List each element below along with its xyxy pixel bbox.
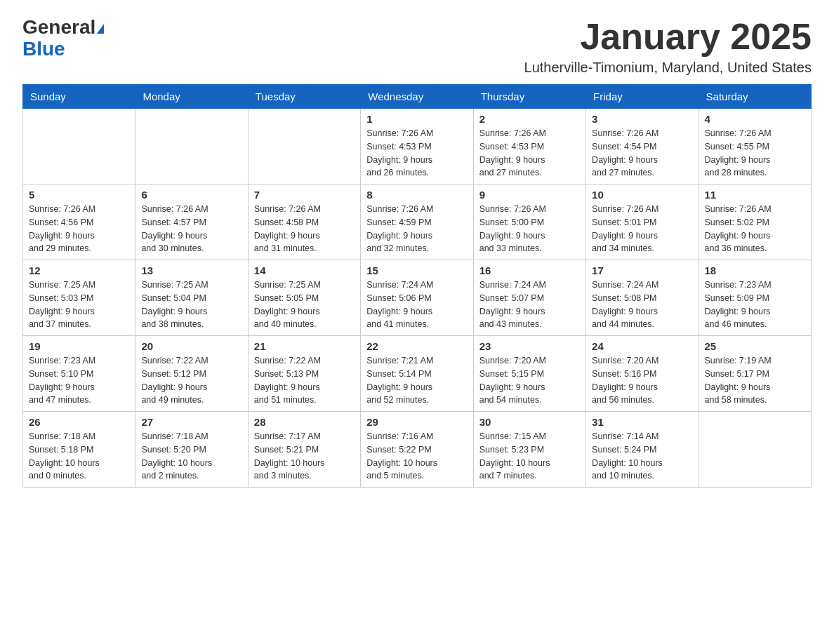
day-number: 8	[366, 189, 467, 201]
weekday-header-sunday: Sunday	[23, 85, 135, 109]
calendar-cell: 4Sunrise: 7:26 AM Sunset: 4:55 PM Daylig…	[699, 109, 811, 185]
calendar-cell	[248, 109, 360, 185]
day-number: 22	[366, 340, 467, 352]
calendar-cell: 12Sunrise: 7:25 AM Sunset: 5:03 PM Dayli…	[23, 260, 135, 336]
weekday-header-monday: Monday	[135, 85, 248, 109]
calendar-table: SundayMondayTuesdayWednesdayThursdayFrid…	[22, 84, 812, 488]
calendar-cell: 11Sunrise: 7:26 AM Sunset: 5:02 PM Dayli…	[699, 185, 811, 260]
calendar-cell: 31Sunrise: 7:14 AM Sunset: 5:24 PM Dayli…	[586, 412, 699, 488]
calendar-cell: 1Sunrise: 7:26 AM Sunset: 4:53 PM Daylig…	[361, 109, 473, 185]
day-number: 4	[705, 113, 805, 125]
day-info: Sunrise: 7:22 AM Sunset: 5:12 PM Dayligh…	[141, 354, 241, 407]
day-number: 5	[29, 189, 129, 201]
day-info: Sunrise: 7:26 AM Sunset: 4:58 PM Dayligh…	[254, 203, 355, 255]
calendar-cell: 17Sunrise: 7:24 AM Sunset: 5:08 PM Dayli…	[586, 260, 699, 336]
day-info: Sunrise: 7:21 AM Sunset: 5:14 PM Dayligh…	[366, 354, 467, 407]
calendar-cell: 27Sunrise: 7:18 AM Sunset: 5:20 PM Dayli…	[135, 412, 248, 488]
day-number: 21	[254, 340, 355, 352]
day-number: 16	[479, 264, 580, 276]
calendar-cell: 22Sunrise: 7:21 AM Sunset: 5:14 PM Dayli…	[361, 336, 473, 412]
calendar-cell: 5Sunrise: 7:26 AM Sunset: 4:56 PM Daylig…	[23, 185, 135, 260]
day-info: Sunrise: 7:26 AM Sunset: 5:01 PM Dayligh…	[592, 203, 692, 255]
logo-triangle-icon	[97, 24, 104, 34]
day-info: Sunrise: 7:26 AM Sunset: 4:54 PM Dayligh…	[592, 127, 692, 180]
calendar-cell: 9Sunrise: 7:26 AM Sunset: 5:00 PM Daylig…	[473, 185, 585, 260]
day-number: 28	[254, 416, 355, 428]
day-number: 15	[366, 264, 467, 276]
day-number: 19	[29, 340, 129, 352]
day-number: 13	[141, 264, 241, 276]
day-info: Sunrise: 7:26 AM Sunset: 4:59 PM Dayligh…	[366, 203, 467, 255]
calendar-week-row: 12Sunrise: 7:25 AM Sunset: 5:03 PM Dayli…	[23, 260, 812, 336]
day-info: Sunrise: 7:22 AM Sunset: 5:13 PM Dayligh…	[254, 354, 355, 407]
day-info: Sunrise: 7:18 AM Sunset: 5:18 PM Dayligh…	[29, 430, 129, 483]
calendar-cell: 6Sunrise: 7:26 AM Sunset: 4:57 PM Daylig…	[135, 185, 248, 260]
day-number: 26	[29, 416, 129, 428]
weekday-header-tuesday: Tuesday	[248, 85, 360, 109]
day-info: Sunrise: 7:24 AM Sunset: 5:07 PM Dayligh…	[479, 279, 580, 331]
calendar-cell: 30Sunrise: 7:15 AM Sunset: 5:23 PM Dayli…	[473, 412, 585, 488]
day-number: 31	[592, 416, 692, 428]
day-number: 18	[705, 264, 805, 276]
day-info: Sunrise: 7:26 AM Sunset: 4:57 PM Dayligh…	[141, 203, 241, 255]
day-info: Sunrise: 7:23 AM Sunset: 5:10 PM Dayligh…	[29, 354, 129, 407]
day-info: Sunrise: 7:26 AM Sunset: 5:00 PM Dayligh…	[479, 203, 580, 255]
calendar-cell: 19Sunrise: 7:23 AM Sunset: 5:10 PM Dayli…	[23, 336, 135, 412]
day-info: Sunrise: 7:26 AM Sunset: 4:55 PM Dayligh…	[705, 127, 805, 180]
day-info: Sunrise: 7:25 AM Sunset: 5:03 PM Dayligh…	[29, 279, 129, 331]
calendar-cell: 10Sunrise: 7:26 AM Sunset: 5:01 PM Dayli…	[586, 185, 699, 260]
day-number: 10	[592, 189, 692, 201]
weekday-header-wednesday: Wednesday	[361, 85, 473, 109]
day-number: 9	[479, 189, 580, 201]
day-info: Sunrise: 7:20 AM Sunset: 5:15 PM Dayligh…	[479, 354, 580, 407]
day-info: Sunrise: 7:16 AM Sunset: 5:22 PM Dayligh…	[366, 430, 467, 483]
day-number: 14	[254, 264, 355, 276]
calendar-week-row: 1Sunrise: 7:26 AM Sunset: 4:53 PM Daylig…	[23, 109, 812, 185]
day-number: 29	[366, 416, 467, 428]
day-number: 30	[479, 416, 580, 428]
weekday-header-row: SundayMondayTuesdayWednesdayThursdayFrid…	[23, 85, 812, 109]
day-number: 3	[592, 113, 692, 125]
calendar-week-row: 26Sunrise: 7:18 AM Sunset: 5:18 PM Dayli…	[23, 412, 812, 488]
calendar-cell: 16Sunrise: 7:24 AM Sunset: 5:07 PM Dayli…	[473, 260, 585, 336]
day-info: Sunrise: 7:26 AM Sunset: 4:56 PM Dayligh…	[29, 203, 129, 255]
calendar-cell: 3Sunrise: 7:26 AM Sunset: 4:54 PM Daylig…	[586, 109, 699, 185]
day-info: Sunrise: 7:26 AM Sunset: 5:02 PM Dayligh…	[705, 203, 805, 255]
calendar-cell: 26Sunrise: 7:18 AM Sunset: 5:18 PM Dayli…	[23, 412, 135, 488]
weekday-header-friday: Friday	[586, 85, 699, 109]
logo-text: GeneralBlue	[22, 17, 104, 60]
day-number: 7	[254, 189, 355, 201]
page-header: GeneralBlue January 2025 Lutherville-Tim…	[22, 17, 812, 76]
month-title: January 2025	[524, 17, 812, 57]
calendar-week-row: 19Sunrise: 7:23 AM Sunset: 5:10 PM Dayli…	[23, 336, 812, 412]
calendar-cell	[135, 109, 248, 185]
day-info: Sunrise: 7:25 AM Sunset: 5:05 PM Dayligh…	[254, 279, 355, 331]
day-number: 6	[141, 189, 241, 201]
calendar-cell: 18Sunrise: 7:23 AM Sunset: 5:09 PM Dayli…	[699, 260, 811, 336]
calendar-cell: 28Sunrise: 7:17 AM Sunset: 5:21 PM Dayli…	[248, 412, 360, 488]
day-info: Sunrise: 7:14 AM Sunset: 5:24 PM Dayligh…	[592, 430, 692, 483]
logo: GeneralBlue	[22, 17, 104, 60]
calendar-cell: 14Sunrise: 7:25 AM Sunset: 5:05 PM Dayli…	[248, 260, 360, 336]
calendar-cell: 20Sunrise: 7:22 AM Sunset: 5:12 PM Dayli…	[135, 336, 248, 412]
day-number: 24	[592, 340, 692, 352]
day-number: 17	[592, 264, 692, 276]
location-title: Lutherville-Timonium, Maryland, United S…	[524, 60, 812, 76]
day-info: Sunrise: 7:24 AM Sunset: 5:08 PM Dayligh…	[592, 279, 692, 331]
calendar-cell: 23Sunrise: 7:20 AM Sunset: 5:15 PM Dayli…	[473, 336, 585, 412]
calendar-cell: 25Sunrise: 7:19 AM Sunset: 5:17 PM Dayli…	[699, 336, 811, 412]
calendar-cell: 13Sunrise: 7:25 AM Sunset: 5:04 PM Dayli…	[135, 260, 248, 336]
day-info: Sunrise: 7:24 AM Sunset: 5:06 PM Dayligh…	[366, 279, 467, 331]
calendar-cell: 21Sunrise: 7:22 AM Sunset: 5:13 PM Dayli…	[248, 336, 360, 412]
day-info: Sunrise: 7:23 AM Sunset: 5:09 PM Dayligh…	[705, 279, 805, 331]
calendar-cell	[23, 109, 135, 185]
day-info: Sunrise: 7:26 AM Sunset: 4:53 PM Dayligh…	[479, 127, 580, 180]
calendar-cell: 24Sunrise: 7:20 AM Sunset: 5:16 PM Dayli…	[586, 336, 699, 412]
calendar-week-row: 5Sunrise: 7:26 AM Sunset: 4:56 PM Daylig…	[23, 185, 812, 260]
day-number: 25	[705, 340, 805, 352]
calendar-cell: 15Sunrise: 7:24 AM Sunset: 5:06 PM Dayli…	[361, 260, 473, 336]
calendar-cell: 2Sunrise: 7:26 AM Sunset: 4:53 PM Daylig…	[473, 109, 585, 185]
day-info: Sunrise: 7:15 AM Sunset: 5:23 PM Dayligh…	[479, 430, 580, 483]
day-number: 2	[479, 113, 580, 125]
day-info: Sunrise: 7:25 AM Sunset: 5:04 PM Dayligh…	[141, 279, 241, 331]
